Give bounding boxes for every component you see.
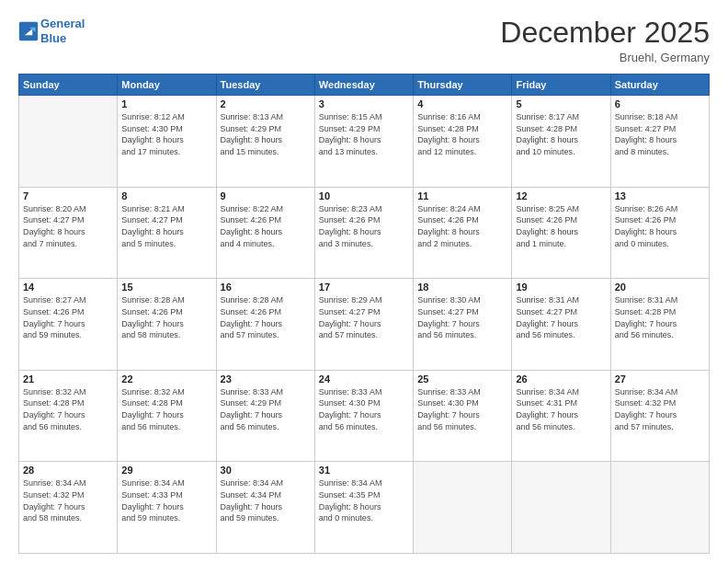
- day-info: Sunrise: 8:13 AM Sunset: 4:29 PM Dayligh…: [221, 111, 311, 157]
- day-info: Sunrise: 8:34 AM Sunset: 4:34 PM Dayligh…: [221, 477, 311, 523]
- day-info: Sunrise: 8:20 AM Sunset: 4:27 PM Dayligh…: [23, 203, 113, 249]
- calendar-day-cell: 5Sunrise: 8:17 AM Sunset: 4:28 PM Daylig…: [512, 96, 610, 188]
- day-number: 3: [319, 98, 409, 109]
- day-info: Sunrise: 8:34 AM Sunset: 4:33 PM Dayligh…: [121, 477, 211, 523]
- calendar-day-cell: 19Sunrise: 8:31 AM Sunset: 4:27 PM Dayli…: [512, 279, 610, 371]
- day-number: 28: [23, 465, 113, 476]
- day-info: Sunrise: 8:12 AM Sunset: 4:30 PM Dayligh…: [121, 111, 211, 157]
- day-info: Sunrise: 8:21 AM Sunset: 4:27 PM Dayligh…: [121, 203, 211, 249]
- calendar-week-row: 21Sunrise: 8:32 AM Sunset: 4:28 PM Dayli…: [19, 370, 710, 462]
- day-info: Sunrise: 8:17 AM Sunset: 4:28 PM Dayligh…: [516, 111, 606, 157]
- day-number: 30: [221, 465, 311, 476]
- calendar-week-row: 1Sunrise: 8:12 AM Sunset: 4:30 PM Daylig…: [19, 96, 710, 188]
- day-info: Sunrise: 8:28 AM Sunset: 4:26 PM Dayligh…: [121, 294, 211, 340]
- day-info: Sunrise: 8:34 AM Sunset: 4:35 PM Dayligh…: [319, 477, 409, 523]
- day-of-week-header: Thursday: [414, 75, 512, 96]
- day-number: 11: [417, 190, 507, 201]
- calendar-day-cell: 23Sunrise: 8:33 AM Sunset: 4:29 PM Dayli…: [216, 370, 314, 462]
- day-info: Sunrise: 8:22 AM Sunset: 4:26 PM Dayligh…: [221, 203, 311, 249]
- day-info: Sunrise: 8:31 AM Sunset: 4:27 PM Dayligh…: [516, 294, 606, 340]
- calendar-day-cell: 11Sunrise: 8:24 AM Sunset: 4:26 PM Dayli…: [414, 187, 512, 279]
- day-number: 18: [417, 282, 507, 293]
- day-number: 5: [516, 98, 606, 109]
- day-number: 7: [23, 190, 113, 201]
- day-info: Sunrise: 8:15 AM Sunset: 4:29 PM Dayligh…: [319, 111, 409, 157]
- calendar-day-cell: 21Sunrise: 8:32 AM Sunset: 4:28 PM Dayli…: [19, 370, 118, 462]
- calendar-week-row: 7Sunrise: 8:20 AM Sunset: 4:27 PM Daylig…: [19, 187, 710, 279]
- logo-text: General Blue: [40, 17, 85, 45]
- day-number: 15: [121, 282, 211, 293]
- logo-line2: Blue: [40, 31, 66, 45]
- calendar-day-cell: 22Sunrise: 8:32 AM Sunset: 4:28 PM Dayli…: [118, 370, 216, 462]
- page: General Blue December 2025 Bruehl, Germa…: [0, 0, 728, 563]
- day-info: Sunrise: 8:29 AM Sunset: 4:27 PM Dayligh…: [319, 294, 409, 340]
- day-number: 13: [615, 190, 705, 201]
- day-info: Sunrise: 8:27 AM Sunset: 4:26 PM Dayligh…: [23, 294, 113, 340]
- calendar-header-row: SundayMondayTuesdayWednesdayThursdayFrid…: [19, 75, 710, 96]
- calendar-day-cell: [610, 462, 709, 554]
- day-of-week-header: Sunday: [19, 75, 118, 96]
- day-info: Sunrise: 8:33 AM Sunset: 4:29 PM Dayligh…: [221, 386, 311, 432]
- logo-line1: General: [40, 17, 85, 30]
- day-number: 31: [319, 465, 409, 476]
- day-info: Sunrise: 8:24 AM Sunset: 4:26 PM Dayligh…: [417, 203, 507, 249]
- day-info: Sunrise: 8:28 AM Sunset: 4:26 PM Dayligh…: [221, 294, 311, 340]
- calendar-day-cell: 16Sunrise: 8:28 AM Sunset: 4:26 PM Dayli…: [216, 279, 314, 371]
- day-number: 10: [319, 190, 409, 201]
- day-number: 2: [221, 98, 311, 109]
- day-number: 14: [23, 282, 113, 293]
- day-number: 23: [221, 373, 311, 385]
- day-number: 9: [221, 190, 311, 201]
- calendar-day-cell: 20Sunrise: 8:31 AM Sunset: 4:28 PM Dayli…: [610, 279, 709, 371]
- day-number: 24: [319, 373, 409, 385]
- calendar-day-cell: [512, 462, 610, 554]
- logo-icon: [18, 21, 39, 41]
- day-info: Sunrise: 8:32 AM Sunset: 4:28 PM Dayligh…: [121, 386, 211, 432]
- calendar-day-cell: 15Sunrise: 8:28 AM Sunset: 4:26 PM Dayli…: [118, 279, 216, 371]
- calendar-day-cell: 18Sunrise: 8:30 AM Sunset: 4:27 PM Dayli…: [414, 279, 512, 371]
- calendar-day-cell: 31Sunrise: 8:34 AM Sunset: 4:35 PM Dayli…: [314, 462, 413, 554]
- calendar-day-cell: 1Sunrise: 8:12 AM Sunset: 4:30 PM Daylig…: [118, 96, 216, 188]
- day-number: 19: [516, 282, 606, 293]
- calendar-day-cell: 10Sunrise: 8:23 AM Sunset: 4:26 PM Dayli…: [314, 187, 413, 279]
- calendar-week-row: 14Sunrise: 8:27 AM Sunset: 4:26 PM Dayli…: [19, 279, 710, 371]
- calendar-day-cell: 7Sunrise: 8:20 AM Sunset: 4:27 PM Daylig…: [19, 187, 118, 279]
- calendar-day-cell: [414, 462, 512, 554]
- calendar-day-cell: [19, 96, 118, 188]
- calendar-day-cell: 9Sunrise: 8:22 AM Sunset: 4:26 PM Daylig…: [216, 187, 314, 279]
- day-of-week-header: Friday: [512, 75, 610, 96]
- title-block: December 2025 Bruehl, Germany: [500, 17, 710, 64]
- calendar-day-cell: 3Sunrise: 8:15 AM Sunset: 4:29 PM Daylig…: [314, 96, 413, 188]
- calendar-day-cell: 8Sunrise: 8:21 AM Sunset: 4:27 PM Daylig…: [118, 187, 216, 279]
- calendar-day-cell: 28Sunrise: 8:34 AM Sunset: 4:32 PM Dayli…: [19, 462, 118, 554]
- day-number: 17: [319, 282, 409, 293]
- day-number: 4: [417, 98, 507, 109]
- header: General Blue December 2025 Bruehl, Germa…: [18, 17, 710, 64]
- day-info: Sunrise: 8:34 AM Sunset: 4:32 PM Dayligh…: [23, 477, 113, 523]
- calendar-day-cell: 27Sunrise: 8:34 AM Sunset: 4:32 PM Dayli…: [610, 370, 709, 462]
- day-of-week-header: Tuesday: [216, 75, 314, 96]
- day-info: Sunrise: 8:30 AM Sunset: 4:27 PM Dayligh…: [417, 294, 507, 340]
- day-info: Sunrise: 8:23 AM Sunset: 4:26 PM Dayligh…: [319, 203, 409, 249]
- day-info: Sunrise: 8:32 AM Sunset: 4:28 PM Dayligh…: [23, 386, 113, 432]
- calendar-day-cell: 29Sunrise: 8:34 AM Sunset: 4:33 PM Dayli…: [118, 462, 216, 554]
- day-info: Sunrise: 8:26 AM Sunset: 4:26 PM Dayligh…: [615, 203, 705, 249]
- day-number: 25: [417, 373, 507, 385]
- day-of-week-header: Wednesday: [314, 75, 413, 96]
- calendar-day-cell: 17Sunrise: 8:29 AM Sunset: 4:27 PM Dayli…: [314, 279, 413, 371]
- calendar-day-cell: 2Sunrise: 8:13 AM Sunset: 4:29 PM Daylig…: [216, 96, 314, 188]
- day-number: 20: [615, 282, 705, 293]
- day-number: 27: [615, 373, 705, 385]
- day-number: 16: [221, 282, 311, 293]
- calendar-week-row: 28Sunrise: 8:34 AM Sunset: 4:32 PM Dayli…: [19, 462, 710, 554]
- day-info: Sunrise: 8:34 AM Sunset: 4:31 PM Dayligh…: [516, 386, 606, 432]
- calendar-day-cell: 4Sunrise: 8:16 AM Sunset: 4:28 PM Daylig…: [414, 96, 512, 188]
- calendar-day-cell: 26Sunrise: 8:34 AM Sunset: 4:31 PM Dayli…: [512, 370, 610, 462]
- day-number: 6: [615, 98, 705, 109]
- day-info: Sunrise: 8:33 AM Sunset: 4:30 PM Dayligh…: [319, 386, 409, 432]
- calendar-day-cell: 14Sunrise: 8:27 AM Sunset: 4:26 PM Dayli…: [19, 279, 118, 371]
- day-number: 26: [516, 373, 606, 385]
- calendar-day-cell: 30Sunrise: 8:34 AM Sunset: 4:34 PM Dayli…: [216, 462, 314, 554]
- month-year: December 2025: [500, 17, 710, 49]
- day-info: Sunrise: 8:34 AM Sunset: 4:32 PM Dayligh…: [615, 386, 705, 432]
